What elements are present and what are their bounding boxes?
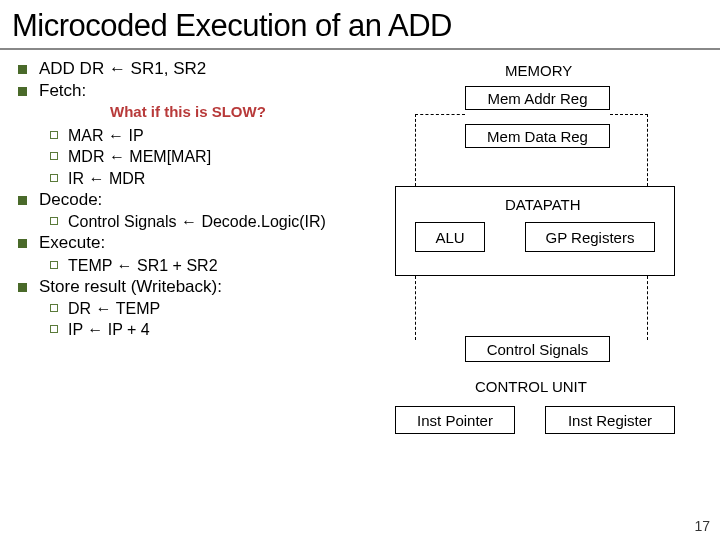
content-area: ADD DR ← SR1, SR2 Fetch: What if this is… <box>0 50 720 518</box>
subbullet-square-icon <box>50 131 58 139</box>
connector-icon <box>647 276 648 340</box>
connector-icon <box>647 114 648 186</box>
mem-data-reg-box: Mem Data Reg <box>465 124 610 148</box>
control-unit-label: CONTROL UNIT <box>475 378 587 395</box>
alu-box: ALU <box>415 222 485 252</box>
store-item-text: DR ← TEMP <box>68 298 160 319</box>
decode-item-text: Control Signals ← Decode.Logic(IR) <box>68 211 326 232</box>
fetch-heading: Fetch: <box>18 80 375 102</box>
execute-label: Execute: <box>39 232 105 254</box>
bullet-square-icon <box>18 196 27 205</box>
datapath-label: DATAPATH <box>505 196 581 213</box>
page-number: 17 <box>694 518 710 534</box>
connector-icon <box>415 114 465 115</box>
store-item-text: IP ← IP + 4 <box>68 319 150 340</box>
subbullet-square-icon <box>50 304 58 312</box>
decode-item: Control Signals ← Decode.Logic(IR) <box>50 211 375 232</box>
bullet-square-icon <box>18 87 27 96</box>
store-label: Store result (Writeback): <box>39 276 222 298</box>
subbullet-square-icon <box>50 174 58 182</box>
connector-icon <box>415 114 416 186</box>
inst-pointer-box: Inst Pointer <box>395 406 515 434</box>
inst-register-box: Inst Register <box>545 406 675 434</box>
subbullet-square-icon <box>50 217 58 225</box>
pseudocode-column: ADD DR ← SR1, SR2 Fetch: What if this is… <box>10 58 375 518</box>
fetch-item-text: IR ← MDR <box>68 168 145 189</box>
fetch-item-text: MDR ← MEM[MAR] <box>68 146 211 167</box>
slide-title: Microcoded Execution of an ADD <box>0 0 720 50</box>
control-signals-box: Control Signals <box>465 336 610 362</box>
gp-registers-box: GP Registers <box>525 222 655 252</box>
store-item: IP ← IP + 4 <box>50 319 375 340</box>
store-heading: Store result (Writeback): <box>18 276 375 298</box>
subbullet-square-icon <box>50 152 58 160</box>
decode-label: Decode: <box>39 189 102 211</box>
add-instr-line: ADD DR ← SR1, SR2 <box>18 58 375 80</box>
slow-annotation: What if this is SLOW? <box>110 103 266 120</box>
block-diagram: MEMORY Mem Addr Reg Mem Data Reg DATAPAT… <box>375 58 705 518</box>
mem-addr-reg-box: Mem Addr Reg <box>465 86 610 110</box>
fetch-item-text: MAR ← IP <box>68 125 144 146</box>
fetch-item: MAR ← IP <box>50 125 375 146</box>
bullet-square-icon <box>18 239 27 248</box>
subbullet-square-icon <box>50 325 58 333</box>
bullet-square-icon <box>18 283 27 292</box>
subbullet-square-icon <box>50 261 58 269</box>
fetch-item: IR ← MDR <box>50 168 375 189</box>
decode-heading: Decode: <box>18 189 375 211</box>
connector-icon <box>415 276 416 340</box>
memory-label: MEMORY <box>505 62 572 79</box>
add-instr-text: ADD DR ← SR1, SR2 <box>39 58 206 80</box>
connector-icon <box>610 114 648 115</box>
execute-item-text: TEMP ← SR1 + SR2 <box>68 255 218 276</box>
store-item: DR ← TEMP <box>50 298 375 319</box>
bullet-square-icon <box>18 65 27 74</box>
fetch-item: MDR ← MEM[MAR] <box>50 146 375 167</box>
execute-item: TEMP ← SR1 + SR2 <box>50 255 375 276</box>
fetch-label: Fetch: <box>39 80 86 102</box>
execute-heading: Execute: <box>18 232 375 254</box>
